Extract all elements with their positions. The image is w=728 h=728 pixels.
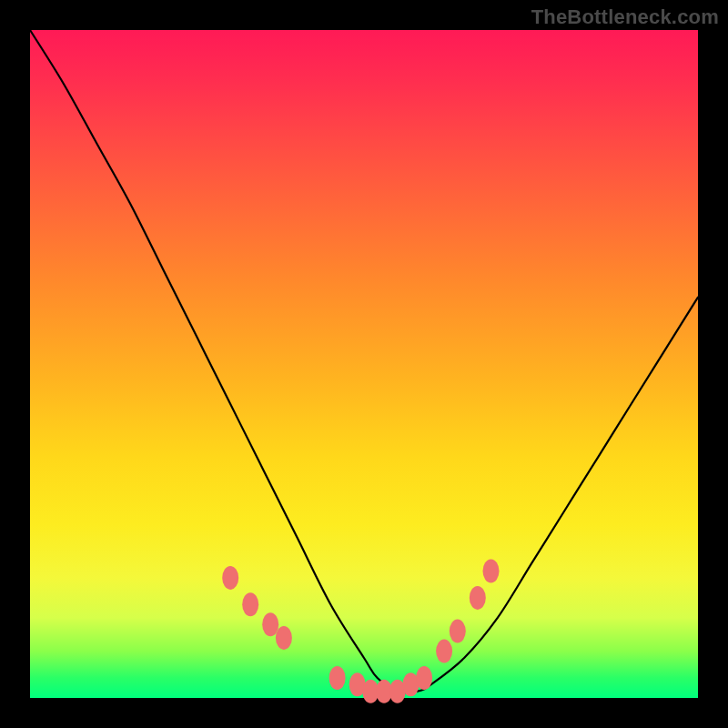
- highlight-markers: [222, 560, 499, 703]
- highlight-marker: [329, 666, 346, 690]
- plot-area: [30, 30, 698, 698]
- highlight-marker: [436, 640, 452, 663]
- watermark-text: TheBottleneck.com: [531, 5, 719, 29]
- highlight-marker: [222, 566, 238, 590]
- highlight-marker: [262, 612, 278, 636]
- curve-overlay: [30, 30, 698, 698]
- highlight-marker: [483, 560, 500, 583]
- highlight-marker: [276, 626, 292, 650]
- bottleneck-curve: [30, 30, 698, 693]
- highlight-marker: [470, 586, 486, 610]
- highlight-marker: [416, 666, 432, 690]
- highlight-marker: [450, 620, 466, 643]
- chart-frame: TheBottleneck.com: [0, 0, 728, 728]
- highlight-marker: [242, 592, 258, 616]
